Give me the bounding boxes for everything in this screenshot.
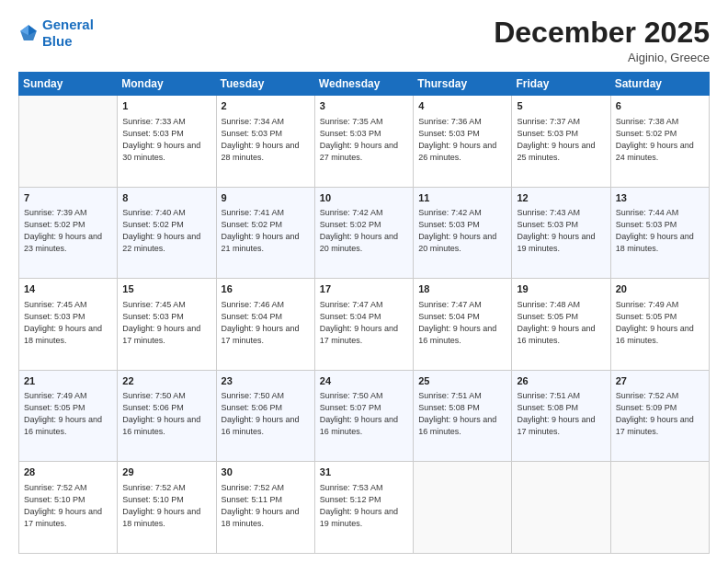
calendar-cell: 11Sunrise: 7:42 AM Sunset: 5:03 PM Dayli… [414, 187, 512, 279]
cell-info: Sunrise: 7:50 AM Sunset: 5:06 PM Dayligh… [122, 390, 210, 438]
day-number: 31 [320, 465, 408, 479]
calendar-cell: 25Sunrise: 7:51 AM Sunset: 5:08 PM Dayli… [414, 370, 512, 462]
day-number: 11 [418, 191, 506, 205]
calendar-cell: 13Sunrise: 7:44 AM Sunset: 5:03 PM Dayli… [610, 187, 709, 279]
calendar-cell: 29Sunrise: 7:52 AM Sunset: 5:10 PM Dayli… [118, 462, 216, 554]
cell-info: Sunrise: 7:50 AM Sunset: 5:06 PM Dayligh… [222, 390, 310, 438]
calendar-cell: 7Sunrise: 7:39 AM Sunset: 5:02 PM Daylig… [19, 187, 118, 279]
cell-info: Sunrise: 7:44 AM Sunset: 5:03 PM Dayligh… [616, 207, 704, 255]
calendar-header-row: SundayMondayTuesdayWednesdayThursdayFrid… [19, 73, 710, 96]
calendar-cell: 27Sunrise: 7:52 AM Sunset: 5:09 PM Dayli… [610, 370, 709, 462]
calendar-cell: 4Sunrise: 7:36 AM Sunset: 5:03 PM Daylig… [414, 96, 512, 188]
calendar-cell: 15Sunrise: 7:45 AM Sunset: 5:03 PM Dayli… [118, 279, 216, 371]
cell-info: Sunrise: 7:45 AM Sunset: 5:03 PM Dayligh… [24, 299, 112, 347]
calendar-cell: 18Sunrise: 7:47 AM Sunset: 5:04 PM Dayli… [414, 279, 512, 371]
calendar-cell: 1Sunrise: 7:33 AM Sunset: 5:03 PM Daylig… [118, 96, 216, 188]
day-number: 23 [222, 374, 310, 388]
calendar-cell: 22Sunrise: 7:50 AM Sunset: 5:06 PM Dayli… [118, 370, 216, 462]
cell-info: Sunrise: 7:42 AM Sunset: 5:02 PM Dayligh… [320, 207, 408, 255]
day-number: 12 [517, 191, 605, 205]
calendar-cell [512, 462, 610, 554]
calendar-cell: 31Sunrise: 7:53 AM Sunset: 5:12 PM Dayli… [314, 462, 413, 554]
cell-info: Sunrise: 7:35 AM Sunset: 5:03 PM Dayligh… [320, 116, 408, 164]
col-header-saturday: Saturday [610, 73, 709, 96]
cell-info: Sunrise: 7:36 AM Sunset: 5:03 PM Dayligh… [418, 116, 506, 164]
day-number: 3 [320, 99, 408, 113]
cell-info: Sunrise: 7:33 AM Sunset: 5:03 PM Dayligh… [122, 116, 210, 164]
calendar-cell [610, 462, 709, 554]
calendar-cell: 24Sunrise: 7:50 AM Sunset: 5:07 PM Dayli… [314, 370, 413, 462]
logo-icon [18, 23, 39, 43]
day-number: 29 [122, 465, 210, 479]
cell-info: Sunrise: 7:48 AM Sunset: 5:05 PM Dayligh… [517, 299, 605, 347]
calendar-cell: 12Sunrise: 7:43 AM Sunset: 5:03 PM Dayli… [512, 187, 610, 279]
logo: General Blue [18, 17, 94, 50]
cell-info: Sunrise: 7:51 AM Sunset: 5:08 PM Dayligh… [418, 390, 506, 438]
cell-info: Sunrise: 7:47 AM Sunset: 5:04 PM Dayligh… [418, 299, 506, 347]
calendar-week-row: 21Sunrise: 7:49 AM Sunset: 5:05 PM Dayli… [19, 370, 710, 462]
day-number: 21 [24, 374, 112, 388]
day-number: 2 [222, 99, 310, 113]
cell-info: Sunrise: 7:46 AM Sunset: 5:04 PM Dayligh… [222, 299, 310, 347]
title-block: December 2025 Aiginio, Greece [494, 17, 710, 64]
day-number: 5 [517, 99, 605, 113]
day-number: 1 [122, 99, 210, 113]
day-number: 6 [616, 99, 704, 113]
day-number: 9 [222, 191, 310, 205]
calendar-cell: 30Sunrise: 7:52 AM Sunset: 5:11 PM Dayli… [216, 462, 314, 554]
calendar-cell: 5Sunrise: 7:37 AM Sunset: 5:03 PM Daylig… [512, 96, 610, 188]
cell-info: Sunrise: 7:45 AM Sunset: 5:03 PM Dayligh… [122, 299, 210, 347]
day-number: 24 [320, 374, 408, 388]
col-header-monday: Monday [118, 73, 216, 96]
calendar-cell: 8Sunrise: 7:40 AM Sunset: 5:02 PM Daylig… [118, 187, 216, 279]
calendar-cell [414, 462, 512, 554]
cell-info: Sunrise: 7:39 AM Sunset: 5:02 PM Dayligh… [24, 207, 112, 255]
cell-info: Sunrise: 7:49 AM Sunset: 5:05 PM Dayligh… [24, 390, 112, 438]
cell-info: Sunrise: 7:49 AM Sunset: 5:05 PM Dayligh… [616, 299, 704, 347]
cell-info: Sunrise: 7:34 AM Sunset: 5:03 PM Dayligh… [222, 116, 310, 164]
calendar-cell: 21Sunrise: 7:49 AM Sunset: 5:05 PM Dayli… [19, 370, 118, 462]
cell-info: Sunrise: 7:38 AM Sunset: 5:02 PM Dayligh… [616, 116, 704, 164]
day-number: 26 [517, 374, 605, 388]
calendar-week-row: 1Sunrise: 7:33 AM Sunset: 5:03 PM Daylig… [19, 96, 710, 188]
cell-info: Sunrise: 7:53 AM Sunset: 5:12 PM Dayligh… [320, 482, 408, 530]
calendar-cell: 14Sunrise: 7:45 AM Sunset: 5:03 PM Dayli… [19, 279, 118, 371]
cell-info: Sunrise: 7:40 AM Sunset: 5:02 PM Dayligh… [122, 207, 210, 255]
header: General Blue December 2025 Aiginio, Gree… [18, 17, 710, 64]
cell-info: Sunrise: 7:52 AM Sunset: 5:09 PM Dayligh… [616, 390, 704, 438]
day-number: 28 [24, 465, 112, 479]
day-number: 30 [222, 465, 310, 479]
day-number: 17 [320, 282, 408, 296]
cell-info: Sunrise: 7:52 AM Sunset: 5:11 PM Dayligh… [222, 482, 310, 530]
col-header-friday: Friday [512, 73, 610, 96]
cell-info: Sunrise: 7:37 AM Sunset: 5:03 PM Dayligh… [517, 116, 605, 164]
page: General Blue December 2025 Aiginio, Gree… [0, 0, 728, 563]
day-number: 22 [122, 374, 210, 388]
calendar-week-row: 28Sunrise: 7:52 AM Sunset: 5:10 PM Dayli… [19, 462, 710, 554]
day-number: 8 [122, 191, 210, 205]
day-number: 13 [616, 191, 704, 205]
calendar-cell: 20Sunrise: 7:49 AM Sunset: 5:05 PM Dayli… [610, 279, 709, 371]
cell-info: Sunrise: 7:41 AM Sunset: 5:02 PM Dayligh… [222, 207, 310, 255]
logo-blue: Blue [42, 33, 73, 49]
day-number: 10 [320, 191, 408, 205]
col-header-sunday: Sunday [19, 73, 118, 96]
calendar-table: SundayMondayTuesdayWednesdayThursdayFrid… [18, 72, 710, 554]
logo-text: General Blue [42, 17, 94, 50]
cell-info: Sunrise: 7:43 AM Sunset: 5:03 PM Dayligh… [517, 207, 605, 255]
day-number: 4 [418, 99, 506, 113]
day-number: 14 [24, 282, 112, 296]
calendar-cell: 10Sunrise: 7:42 AM Sunset: 5:02 PM Dayli… [314, 187, 413, 279]
calendar-cell: 2Sunrise: 7:34 AM Sunset: 5:03 PM Daylig… [216, 96, 314, 188]
cell-info: Sunrise: 7:50 AM Sunset: 5:07 PM Dayligh… [320, 390, 408, 438]
col-header-tuesday: Tuesday [216, 73, 314, 96]
cell-info: Sunrise: 7:52 AM Sunset: 5:10 PM Dayligh… [24, 482, 112, 530]
col-header-wednesday: Wednesday [314, 73, 413, 96]
day-number: 25 [418, 374, 506, 388]
calendar-week-row: 14Sunrise: 7:45 AM Sunset: 5:03 PM Dayli… [19, 279, 710, 371]
calendar-cell: 9Sunrise: 7:41 AM Sunset: 5:02 PM Daylig… [216, 187, 314, 279]
month-title: December 2025 [494, 17, 710, 49]
calendar-cell: 6Sunrise: 7:38 AM Sunset: 5:02 PM Daylig… [610, 96, 709, 188]
day-number: 20 [616, 282, 704, 296]
calendar-week-row: 7Sunrise: 7:39 AM Sunset: 5:02 PM Daylig… [19, 187, 710, 279]
